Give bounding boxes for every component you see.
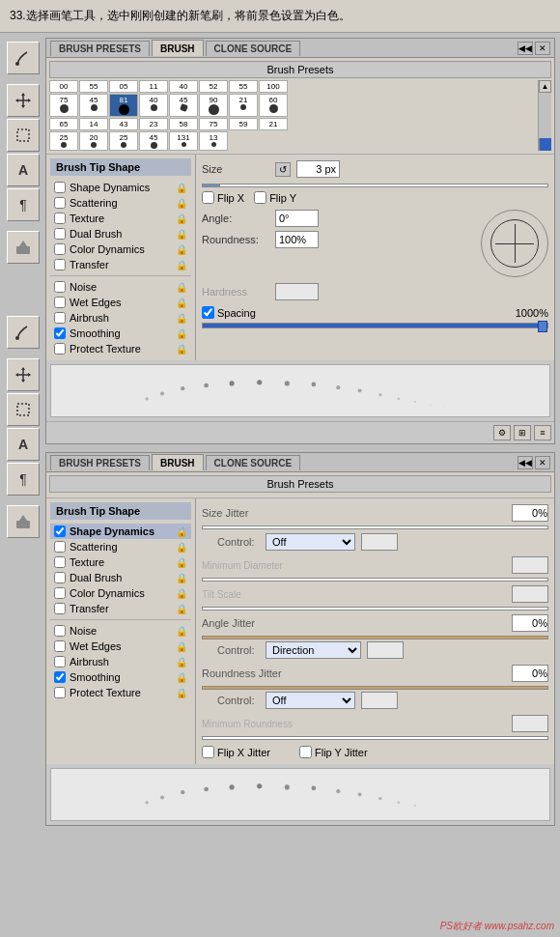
preset-cell[interactable]: 20 (79, 131, 108, 151)
tool-extra[interactable] (7, 231, 40, 264)
control-select-3[interactable]: Off Fade Pen Pressure Pen Tilt Stylus Wh… (266, 692, 355, 709)
checkbox-dual-brush-2[interactable] (54, 572, 66, 583)
option-transfer-1[interactable]: Transfer 🔒 (50, 257, 191, 272)
checkbox-noise-2[interactable] (54, 625, 66, 637)
preset-cell[interactable]: 65 (49, 118, 78, 130)
checkbox-shape-dynamics-2[interactable] (54, 525, 66, 537)
checkbox-texture-1[interactable] (54, 213, 66, 224)
preset-cell[interactable]: 75 (199, 118, 228, 130)
tool-type-2[interactable]: A (7, 428, 40, 461)
preset-cell[interactable]: 43 (109, 118, 138, 130)
brush-tool-1[interactable] (7, 42, 40, 74)
flip-y-jitter-checkbox[interactable] (299, 746, 312, 758)
checkbox-wet-edges-2[interactable] (54, 640, 66, 652)
option-wet-edges-1[interactable]: Wet Edges 🔒 (50, 295, 191, 310)
panel1-list-btn[interactable]: ≡ (534, 425, 551, 440)
flip-y-jitter-label[interactable]: Flip Y Jitter (299, 746, 368, 758)
preset-cell[interactable]: 14 (79, 118, 108, 130)
spacing-label-1[interactable]: Spacing (202, 306, 256, 319)
checkbox-dual-brush-1[interactable] (54, 228, 66, 240)
min-diameter-slider[interactable] (202, 578, 548, 582)
preset-cell[interactable]: 60 (259, 94, 288, 117)
angle-jitter-slider[interactable] (202, 636, 548, 639)
angle-input-1[interactable] (275, 210, 319, 227)
checkbox-smoothing-2[interactable] (54, 671, 66, 683)
tool-paragraph[interactable]: ¶ (7, 188, 40, 221)
tool-paragraph-2[interactable]: ¶ (7, 463, 40, 496)
tab-brush-2[interactable]: BRUSH (152, 454, 204, 470)
option-scattering-1[interactable]: Scattering 🔒 (50, 195, 191, 211)
control-select-1[interactable]: Off Fade Pen Pressure Pen Tilt Stylus Wh… (266, 533, 355, 551)
spacing-slider-1[interactable] (202, 323, 548, 328)
checkbox-transfer-2[interactable] (54, 603, 66, 614)
checkbox-protect-texture-2[interactable] (54, 687, 66, 698)
preset-cell[interactable]: 21 (229, 94, 258, 117)
flip-x-jitter-label[interactable]: Flip X Jitter (202, 746, 270, 758)
flip-y-label-1[interactable]: Flip Y (254, 191, 296, 204)
panel2-close[interactable]: ✕ (535, 456, 550, 469)
checkbox-wet-edges-1[interactable] (54, 297, 66, 308)
flip-x-jitter-checkbox[interactable] (202, 746, 214, 758)
checkbox-color-dynamics-1[interactable] (54, 243, 66, 255)
option-transfer-2[interactable]: Transfer 🔒 (50, 601, 191, 616)
option-shape-dynamics-1[interactable]: Shape Dynamics 🔒 (50, 180, 191, 195)
tool-move[interactable] (7, 84, 40, 117)
panel1-grid-btn[interactable]: ⊞ (514, 425, 531, 440)
panel2-scroll-left[interactable]: ◀◀ (518, 456, 533, 469)
panel1-scroll-left[interactable]: ◀◀ (518, 42, 533, 55)
preset-cell[interactable]: 52 (199, 80, 228, 93)
tab-brush-presets-1[interactable]: BRUSH PRESETS (50, 41, 150, 56)
roundness-input-1[interactable] (275, 231, 319, 248)
preset-cell[interactable]: 45 (169, 94, 198, 117)
preset-cell[interactable]: 00 (49, 80, 78, 93)
preset-cell[interactable]: 131 (169, 131, 198, 151)
size-reset-btn-1[interactable]: ↺ (275, 162, 291, 177)
checkbox-shape-dynamics-1[interactable] (54, 182, 66, 193)
option-noise-1[interactable]: Noise 🔒 (50, 279, 191, 295)
preset-cell[interactable]: 55 (79, 80, 108, 93)
preset-cell[interactable]: 23 (139, 118, 168, 130)
size-input-1[interactable] (296, 160, 340, 178)
tool-select[interactable] (7, 119, 40, 152)
tool-extra-2[interactable] (7, 505, 40, 538)
checkbox-airbrush-2[interactable] (54, 656, 66, 667)
checkbox-airbrush-1[interactable] (54, 312, 66, 324)
preset-cell[interactable]: 13 (199, 131, 228, 151)
spacing-checkbox-1[interactable] (202, 306, 214, 319)
preset-cell[interactable]: 25 (109, 131, 138, 151)
option-noise-2[interactable]: Noise 🔒 (50, 623, 191, 639)
size-slider-1[interactable] (202, 184, 548, 187)
checkbox-scattering-1[interactable] (54, 197, 66, 209)
preset-cell[interactable]: 11 (139, 80, 168, 93)
roundness-jitter-input[interactable] (512, 665, 548, 682)
option-shape-dynamics-2[interactable]: Shape Dynamics 🔒 (50, 524, 191, 539)
presets-btn-1[interactable]: Brush Presets (49, 61, 551, 78)
size-jitter-input[interactable] (512, 504, 548, 522)
preset-cell-selected[interactable]: 81 (109, 94, 138, 117)
checkbox-texture-2[interactable] (54, 556, 66, 568)
preset-cell[interactable]: 59 (229, 118, 258, 130)
flip-x-label-1[interactable]: Flip X (202, 191, 244, 204)
brush-tool-2[interactable] (7, 316, 40, 349)
option-color-dynamics-1[interactable]: Color Dynamics 🔒 (50, 241, 191, 257)
preset-cell[interactable]: 45 (79, 94, 108, 117)
preset-cell[interactable]: 40 (169, 80, 198, 93)
checkbox-protect-texture-1[interactable] (54, 343, 66, 355)
option-airbrush-1[interactable]: Airbrush 🔒 (50, 310, 191, 326)
option-dual-brush-2[interactable]: Dual Brush 🔒 (50, 570, 191, 585)
tab-clone-source-1[interactable]: CLONE SOURCE (206, 41, 301, 56)
flip-y-checkbox-1[interactable] (254, 191, 266, 204)
checkbox-noise-1[interactable] (54, 281, 66, 293)
panel1-close[interactable]: ✕ (535, 42, 550, 55)
tool-move-2[interactable] (7, 358, 40, 391)
checkbox-smoothing-1[interactable] (54, 327, 66, 339)
option-smoothing-2[interactable]: Smoothing 🔒 (50, 669, 191, 685)
control-select-2[interactable]: Direction Off Fade Pen Pressure Pen Tilt… (266, 641, 361, 659)
option-smoothing-1[interactable]: Smoothing 🔒 (50, 326, 191, 341)
option-dual-brush-1[interactable]: Dual Brush 🔒 (50, 226, 191, 241)
preset-cell[interactable]: 25 (49, 131, 78, 151)
tab-brush-1[interactable]: BRUSH (152, 40, 204, 56)
preset-cell[interactable]: 05 (109, 80, 138, 93)
presets-scrollbar[interactable]: ▲ ▼ (538, 80, 551, 151)
tilt-scale-slider[interactable] (202, 607, 548, 610)
